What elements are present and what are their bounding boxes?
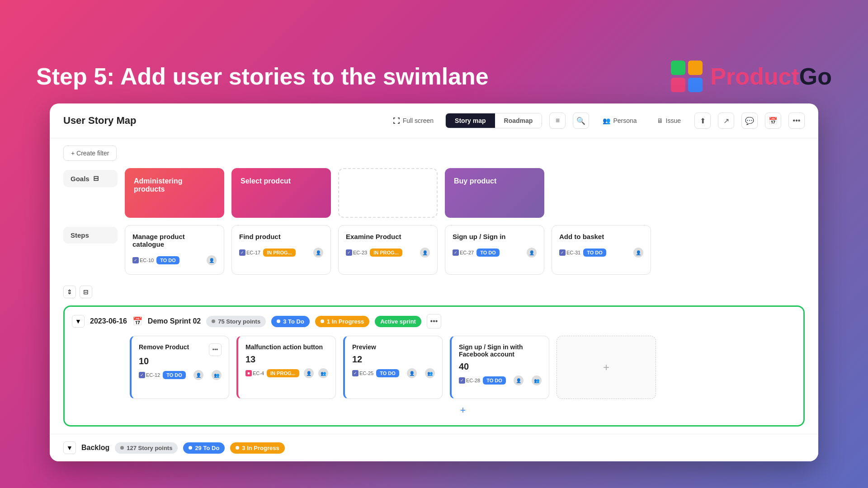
backlog-label: Backlog (81, 444, 109, 452)
sprint-date: 2023-06-16 (90, 317, 127, 325)
sprint-section: ▼ 2023-06-16 📅 Demo Sprint 02 75 Story p… (63, 305, 805, 427)
add-sprint-card[interactable]: + (557, 336, 656, 399)
avatar-1: 👤 (313, 248, 323, 258)
calendar-icon[interactable]: 📅 (765, 113, 781, 129)
sprint-card-2: Preview 12 ✓ EC-25 TO DO 👤 👥 (343, 336, 443, 399)
sprint-avatar-0: 👤 (193, 370, 203, 380)
filter-icon[interactable]: ⊟ (93, 174, 99, 183)
sprint-more-button[interactable]: ••• (427, 314, 441, 328)
sprint-collapse-button[interactable]: ▼ (72, 315, 85, 328)
filter-button[interactable]: ⊟ (80, 286, 92, 298)
backlog-row: ▼ Backlog 127 Story points 29 To Do 3 In… (50, 434, 818, 461)
sprint-ec-icon-3: ✓ (459, 377, 465, 384)
share-upload-icon[interactable]: ⬆ (694, 113, 711, 129)
step-card-4: Add to basket ✓ EC-31 TO DO 👤 (552, 225, 651, 275)
steps-label: Steps (63, 227, 118, 244)
status-badge-2: IN PROG... (370, 249, 402, 257)
backlog-inprog-dot (236, 446, 239, 450)
sprint-ec-icon-0: ✓ (139, 372, 145, 378)
sprint-card-1: Malfunction action button 13 ■ EC-4 IN P… (236, 336, 336, 399)
sprint-avatar-add-2: 👥 (425, 368, 435, 378)
goals-label: Goals ⊟ (63, 170, 118, 187)
status-badge-1: IN PROG... (263, 249, 296, 257)
tab-roadmap[interactable]: Roadmap (495, 113, 542, 128)
avatar-0: 👤 (207, 255, 217, 265)
sprint-ec-icon-1: ■ (245, 370, 252, 376)
step-card-1: Find product ✓ EC-17 IN PROG... 👤 (231, 225, 331, 275)
step-card-2: Examine Product ✓ EC-23 IN PROG... 👤 (338, 225, 438, 275)
sprint-header: ▼ 2023-06-16 📅 Demo Sprint 02 75 Story p… (72, 314, 796, 328)
to-do-dot (277, 319, 280, 323)
backlog-todo-dot (189, 446, 192, 450)
in-progress-dot (321, 319, 324, 323)
sprint-avatar-1: 👤 (304, 368, 314, 378)
menu-icon[interactable]: ≡ (549, 113, 566, 129)
sprint-cards-row: Remove Product ••• 10 ✓ EC-12 TO DO 👤 👥 (72, 336, 796, 399)
ec-icon-4: ✓ (559, 249, 566, 256)
fullscreen-icon (393, 117, 400, 124)
ec-icon-0: ✓ (132, 257, 139, 263)
tab-story-map[interactable]: Story map (446, 113, 495, 128)
step-card-0: Manage product catalogue ✓ EC-10 TO DO 👤 (125, 225, 224, 275)
status-badge-3: TO DO (476, 249, 500, 257)
step-title: Step 5: Add user stories to the swimlane (36, 63, 489, 90)
sprint-card-0: Remove Product ••• 10 ✓ EC-12 TO DO 👤 👥 (130, 336, 229, 399)
add-sprint-item-row: + (72, 403, 796, 418)
ec-tag-4: ✓ EC-31 (559, 249, 580, 256)
backlog-to-do-badge: 29 To Do (183, 442, 225, 454)
full-screen-button[interactable]: Full screen (388, 114, 438, 127)
main-card: User Story Map Full screen Story map Roa… (50, 103, 818, 461)
goal-card-3 (338, 168, 438, 218)
view-tabs: Story map Roadmap (445, 113, 542, 128)
goal-card-4: Buy product (445, 168, 544, 218)
search-icon[interactable]: 🔍 (573, 113, 589, 129)
collapse-all-button[interactable]: ⇕ (63, 286, 76, 298)
more-options-icon[interactable]: ••• (788, 113, 805, 129)
persona-button[interactable]: 👥 Persona (596, 113, 643, 128)
status-badge-0: TO DO (156, 256, 179, 264)
sprint-name: Demo Sprint 02 (148, 317, 201, 325)
avatar-4: 👤 (633, 248, 643, 258)
sprint-ec-tag-0: ✓ EC-12 (139, 372, 160, 378)
ec-icon-1: ✓ (239, 249, 245, 256)
logo-icon (669, 58, 705, 94)
issue-icon: 🖥 (657, 117, 663, 124)
sprint-status-1: IN PROG... (267, 369, 299, 377)
backlog-collapse-button[interactable]: ▼ (63, 441, 76, 454)
logo-text: ProductGo (710, 63, 832, 90)
issue-button[interactable]: 🖥 Issue (651, 113, 687, 128)
ec-tag-0: ✓ EC-10 (132, 257, 154, 263)
sprint-avatar-2: 👤 (407, 368, 417, 378)
ec-tag-1: ✓ EC-17 (239, 249, 260, 256)
sprint-status-3: TO DO (483, 376, 506, 385)
full-screen-label: Full screen (403, 117, 434, 124)
backlog-story-points-badge: 127 Story points (115, 442, 178, 454)
steps-row: Steps Manage product catalogue ✓ EC-10 T… (63, 225, 805, 275)
backlog-sp-dot (120, 446, 124, 450)
share-icon[interactable]: ↗ (718, 113, 734, 129)
step-card-3: Sign up / Sign in ✓ EC-27 TO DO 👤 (445, 225, 544, 275)
sprint-card-3: Sign up / Sign in with Facebook account … (450, 336, 549, 399)
add-sprint-item-button[interactable]: + (130, 403, 796, 418)
chat-icon[interactable]: 💬 (741, 113, 758, 129)
goals-row: Goals ⊟ Administering products Select pr… (63, 168, 805, 218)
sprint-status-0: TO DO (163, 371, 186, 379)
svg-rect-3 (688, 78, 703, 92)
sprint-ec-tag-3: ✓ EC-28 (459, 377, 480, 384)
logo-area: ProductGo (669, 58, 832, 94)
persona-icon: 👥 (603, 117, 610, 124)
app-title: User Story Map (63, 115, 136, 127)
avatar-2: 👤 (420, 248, 430, 258)
svg-rect-0 (671, 61, 685, 75)
active-sprint-badge: Active sprint (375, 316, 421, 327)
create-filter-button[interactable]: + Create filter (63, 145, 117, 161)
goal-card-1: Administering products (125, 168, 224, 218)
sprint-avatar-add-3: 👥 (532, 375, 542, 385)
svg-rect-1 (688, 61, 703, 75)
ec-icon-3: ✓ (453, 249, 459, 256)
ec-tag-2: ✓ EC-23 (346, 249, 367, 256)
sprint-card-more-0[interactable]: ••• (209, 343, 222, 356)
sprint-status-2: TO DO (376, 369, 399, 377)
sprint-avatar-add-1: 👥 (318, 368, 328, 378)
to-do-badge: 3 To Do (271, 316, 310, 327)
